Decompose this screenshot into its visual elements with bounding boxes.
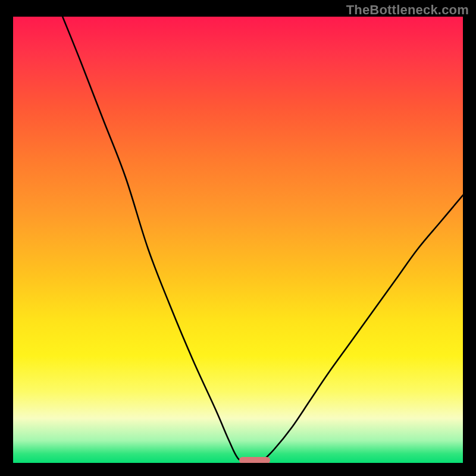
bottleneck-curves	[13, 17, 463, 463]
optimal-range-marker	[239, 457, 270, 463]
right-curve	[261, 195, 463, 463]
chart-frame: TheBottleneck.com	[0, 0, 476, 476]
plot-area	[13, 17, 463, 463]
left-curve	[62, 17, 247, 463]
watermark-text: TheBottleneck.com	[346, 2, 469, 18]
